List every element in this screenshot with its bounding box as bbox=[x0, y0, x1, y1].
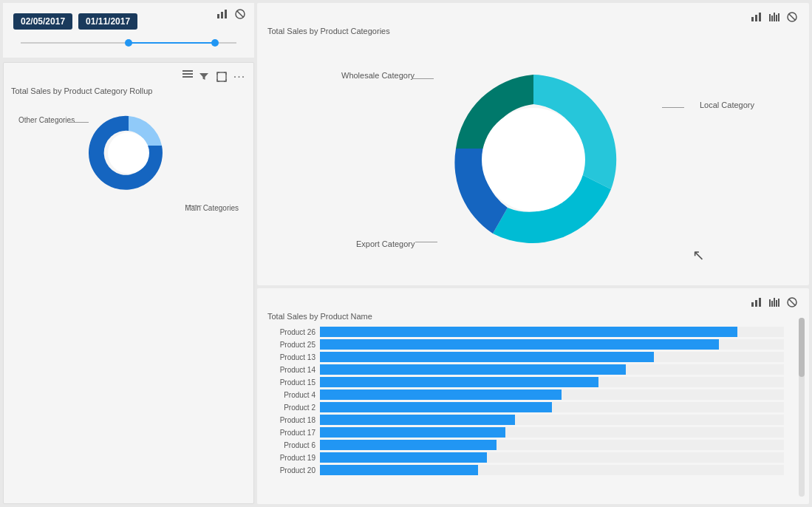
small-donut-label-left: Other Categories bbox=[18, 116, 75, 124]
large-donut-title: Total Sales by Product Categories bbox=[267, 27, 799, 35]
bar-chart-icon[interactable] bbox=[216, 7, 229, 21]
bar-track bbox=[320, 427, 784, 438]
block-icon[interactable] bbox=[233, 7, 247, 21]
bar-track bbox=[320, 327, 784, 337]
bar-label: Product 20 bbox=[267, 466, 315, 474]
block-icon-3[interactable] bbox=[785, 296, 799, 309]
svg-rect-22 bbox=[771, 301, 773, 307]
bar-track bbox=[320, 415, 784, 425]
small-donut-area: Other Categories Main Categories bbox=[11, 101, 246, 234]
svg-rect-19 bbox=[755, 300, 757, 307]
scrollbar-thumb[interactable] bbox=[799, 318, 805, 377]
donut-line-left bbox=[70, 122, 89, 123]
svg-line-4 bbox=[237, 11, 244, 18]
bar-row: Product 2 bbox=[267, 402, 784, 412]
bar-label: Product 2 bbox=[267, 404, 315, 412]
bar-fill bbox=[320, 440, 497, 450]
bar-label: Product 17 bbox=[267, 429, 315, 437]
filter-icon[interactable] bbox=[197, 70, 211, 84]
svg-point-6 bbox=[108, 132, 149, 174]
bar-fill bbox=[320, 427, 505, 438]
svg-rect-20 bbox=[759, 298, 761, 307]
svg-line-27 bbox=[789, 299, 796, 306]
bar-row: Product 25 bbox=[267, 339, 784, 350]
small-donut-svg bbox=[77, 101, 180, 205]
large-donut-toolbar bbox=[267, 10, 799, 24]
dashboard-container: 02/05/2017 01/11/2017 bbox=[0, 0, 812, 507]
bar-label: Product 19 bbox=[267, 454, 315, 462]
bar-label: Product 26 bbox=[267, 328, 315, 336]
bar-fill bbox=[320, 339, 719, 350]
end-date-badge[interactable]: 01/11/2017 bbox=[78, 13, 137, 30]
bar-label: Product 6 bbox=[267, 441, 315, 449]
svg-rect-18 bbox=[751, 302, 754, 307]
svg-rect-13 bbox=[776, 15, 777, 21]
svg-rect-12 bbox=[774, 13, 775, 21]
bar-track bbox=[320, 364, 784, 375]
date-range-area: 02/05/2017 01/11/2017 bbox=[3, 3, 254, 58]
hamburger-icon[interactable] bbox=[182, 70, 193, 84]
large-donut-panel: Total Sales by Product Categories Wholes… bbox=[257, 3, 809, 285]
svg-rect-8 bbox=[755, 15, 757, 21]
bar-fill bbox=[320, 415, 515, 425]
bar-row: Product 20 bbox=[267, 465, 784, 475]
svg-rect-24 bbox=[776, 300, 777, 307]
svg-rect-0 bbox=[217, 14, 219, 18]
date-range-toolbar bbox=[216, 7, 247, 21]
large-donut-svg bbox=[434, 60, 633, 259]
bar-track bbox=[320, 339, 784, 350]
bar-fill bbox=[320, 364, 626, 375]
svg-line-16 bbox=[789, 14, 796, 21]
bar-track bbox=[320, 377, 784, 387]
small-donut-label-right: Main Categories bbox=[185, 204, 239, 212]
bar-row: Product 15 bbox=[267, 377, 784, 387]
bar-label: Product 13 bbox=[267, 353, 315, 361]
bar-row: Product 17 bbox=[267, 427, 784, 438]
bar-track bbox=[320, 452, 784, 463]
bar-label: Product 25 bbox=[267, 341, 315, 349]
bar-fill bbox=[320, 452, 487, 463]
bar-row: Product 26 bbox=[267, 327, 784, 337]
svg-rect-1 bbox=[221, 12, 223, 18]
bar-chart-icon-3[interactable] bbox=[750, 296, 763, 309]
bar-row: Product 13 bbox=[267, 352, 784, 362]
multi-bar-icon[interactable] bbox=[768, 10, 781, 24]
svg-rect-10 bbox=[769, 14, 771, 21]
label-local: Local Category bbox=[700, 101, 754, 109]
label-export: Export Category bbox=[356, 239, 414, 248]
bar-row: Product 14 bbox=[267, 364, 784, 375]
date-slider[interactable] bbox=[13, 35, 244, 50]
more-icon[interactable]: ··· bbox=[233, 70, 246, 84]
bar-chart-icon-2[interactable] bbox=[750, 10, 763, 24]
large-donut-area: Wholesale Category Local Category Export… bbox=[267, 41, 799, 278]
date-badges: 02/05/2017 01/11/2017 bbox=[13, 13, 244, 30]
bar-row: Product 18 bbox=[267, 415, 784, 425]
bar-row: Product 6 bbox=[267, 440, 784, 450]
bar-track bbox=[320, 402, 784, 412]
scrollbar[interactable] bbox=[799, 318, 805, 497]
bar-fill bbox=[320, 327, 737, 337]
bar-label: Product 4 bbox=[267, 391, 315, 399]
line-export bbox=[415, 242, 437, 242]
bar-track bbox=[320, 465, 784, 475]
bar-fill bbox=[320, 389, 562, 400]
line-local bbox=[662, 107, 684, 108]
bar-label: Product 18 bbox=[267, 416, 315, 424]
bar-track bbox=[320, 440, 784, 450]
expand-icon[interactable] bbox=[215, 70, 228, 84]
svg-rect-23 bbox=[774, 298, 775, 307]
right-panel: Total Sales by Product Categories Wholes… bbox=[257, 3, 809, 504]
multi-bar-icon-2[interactable] bbox=[768, 296, 781, 309]
bar-track bbox=[320, 389, 784, 400]
bar-fill bbox=[320, 402, 552, 412]
bar-label: Product 15 bbox=[267, 378, 315, 387]
bar-fill bbox=[320, 465, 478, 475]
svg-rect-25 bbox=[778, 299, 779, 307]
svg-rect-9 bbox=[759, 13, 761, 21]
svg-rect-14 bbox=[778, 13, 779, 21]
svg-rect-21 bbox=[769, 299, 771, 307]
start-date-badge[interactable]: 02/05/2017 bbox=[13, 13, 72, 30]
svg-rect-5 bbox=[217, 72, 226, 81]
bar-chart-panel: Total Sales by Product Name Product 26Pr… bbox=[257, 288, 809, 504]
block-icon-2[interactable] bbox=[785, 10, 799, 24]
